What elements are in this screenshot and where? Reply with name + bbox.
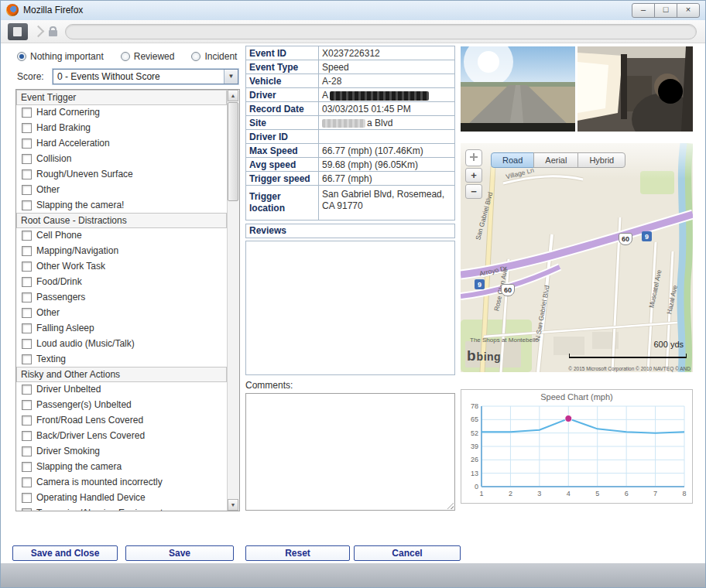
checkbox-row[interactable]: Tampering/Abusing Equipment bbox=[16, 505, 228, 511]
save-button[interactable]: Save bbox=[125, 545, 234, 561]
checkbox-row[interactable]: Hard Acceleration bbox=[16, 135, 228, 151]
street-label: Village Ln bbox=[505, 166, 535, 181]
checkbox[interactable] bbox=[22, 108, 32, 118]
window-controls: – □ × bbox=[632, 3, 700, 18]
checkbox-label: Mapping/Navigation bbox=[36, 245, 118, 256]
checkbox-row[interactable]: Passengers bbox=[16, 289, 228, 305]
scroll-down-icon[interactable]: ▼ bbox=[228, 499, 238, 511]
close-button[interactable]: × bbox=[677, 3, 700, 18]
zoom-in-button[interactable]: + bbox=[465, 168, 482, 183]
checkbox-row[interactable]: Texting bbox=[16, 351, 228, 367]
checkbox-row[interactable]: Hard Braking bbox=[16, 120, 228, 135]
checkbox[interactable] bbox=[22, 123, 32, 133]
radio-icon[interactable] bbox=[191, 52, 200, 61]
checkbox-row[interactable]: Mapping/Navigation bbox=[16, 243, 228, 258]
checkbox[interactable] bbox=[22, 231, 32, 241]
checkbox[interactable] bbox=[22, 431, 32, 441]
checkbox[interactable] bbox=[22, 246, 32, 256]
scrollbar[interactable]: ▲ ▼ bbox=[227, 90, 239, 511]
checkbox-row[interactable]: Food/Drink bbox=[16, 274, 228, 289]
radio-option-reviewed[interactable]: Reviewed bbox=[121, 51, 175, 62]
checkbox-row[interactable]: Other bbox=[16, 305, 228, 320]
radio-option-nothing-important[interactable]: Nothing important bbox=[17, 51, 104, 62]
checkbox[interactable] bbox=[22, 400, 32, 410]
checkbox-row[interactable]: Driver Unbelted bbox=[16, 381, 228, 397]
chevron-down-icon[interactable]: ▼ bbox=[224, 70, 238, 84]
minimize-button[interactable]: – bbox=[632, 3, 655, 18]
checkbox[interactable] bbox=[22, 185, 32, 195]
checkbox-row[interactable]: Camera is mounted incorrectly bbox=[16, 474, 228, 490]
checkbox-row[interactable]: Slapping the camera bbox=[16, 459, 228, 474]
checkbox[interactable] bbox=[22, 493, 32, 503]
checkbox-row[interactable]: Operating Handled Device bbox=[16, 490, 228, 505]
checkbox[interactable] bbox=[22, 200, 32, 210]
checkbox[interactable] bbox=[22, 262, 32, 272]
resize-grip-icon[interactable] bbox=[446, 501, 454, 509]
checkbox[interactable] bbox=[22, 138, 32, 149]
checkbox-row[interactable]: Rough/Uneven Surface bbox=[16, 166, 228, 182]
map-view-hybrid-button[interactable]: Hybrid bbox=[577, 152, 625, 168]
checkbox-row[interactable]: Other Work Task bbox=[16, 258, 228, 274]
route-shield-60: 60 bbox=[501, 284, 515, 296]
checkbox-row[interactable]: Hard Cornering bbox=[16, 104, 228, 120]
field-value: 66.77 (mph) (107.46Km) bbox=[318, 143, 455, 158]
checkbox[interactable] bbox=[22, 169, 32, 179]
score-select[interactable]: 0 - Events Without Score ▼ bbox=[53, 69, 238, 84]
reset-button[interactable]: Reset bbox=[245, 545, 350, 561]
url-input[interactable] bbox=[65, 24, 697, 39]
checkbox[interactable] bbox=[22, 323, 32, 333]
checkbox[interactable] bbox=[22, 339, 32, 349]
checkbox-row[interactable]: Other bbox=[16, 182, 228, 197]
category-checklist: Event Trigger Hard Cornering Hard Brakin… bbox=[15, 89, 240, 511]
comments-textarea[interactable] bbox=[245, 393, 455, 511]
checkbox[interactable] bbox=[22, 415, 32, 426]
radio-icon[interactable] bbox=[17, 52, 26, 61]
checkbox-row[interactable]: Collision bbox=[16, 151, 228, 166]
checkbox-row[interactable]: Slapping the camera! bbox=[16, 197, 228, 213]
svg-text:6: 6 bbox=[625, 490, 629, 497]
driver-camera-image[interactable] bbox=[577, 46, 693, 132]
checkbox[interactable] bbox=[22, 292, 32, 303]
zoom-out-button[interactable]: − bbox=[465, 184, 482, 199]
scrollbar-thumb[interactable] bbox=[228, 102, 238, 201]
bing-map[interactable]: Village Ln San Gabriel Blvd Rose Glen Av… bbox=[461, 143, 693, 372]
field-value: 66.77 (mph) bbox=[318, 171, 455, 186]
svg-text:3: 3 bbox=[537, 490, 541, 497]
event-details-panel: Event ID X0237226312 Event Type Speed Ve… bbox=[245, 46, 455, 511]
radio-icon[interactable] bbox=[121, 52, 130, 61]
map-view-aerial-button[interactable]: Aerial bbox=[533, 152, 578, 168]
checkbox-label: Hard Cornering bbox=[36, 107, 100, 118]
svg-text:5: 5 bbox=[595, 490, 599, 497]
svg-text:1: 1 bbox=[479, 490, 483, 497]
route-marker-9: 9 bbox=[642, 231, 652, 241]
comments-label: Comments: bbox=[245, 380, 455, 391]
checkbox-row[interactable]: Driver Smoking bbox=[16, 443, 228, 459]
scroll-up-icon[interactable]: ▲ bbox=[228, 90, 238, 101]
map-pan-icon[interactable] bbox=[465, 149, 482, 166]
cancel-button[interactable]: Cancel bbox=[354, 545, 461, 561]
checkbox-row[interactable]: Cell Phone bbox=[16, 227, 228, 243]
page-icon[interactable] bbox=[8, 23, 28, 40]
field-label: Trigger location bbox=[245, 185, 319, 220]
checkbox-row[interactable]: Passenger(s) Unbelted bbox=[16, 397, 228, 412]
checkbox[interactable] bbox=[22, 477, 32, 487]
maximize-button[interactable]: □ bbox=[654, 3, 677, 18]
checkbox[interactable] bbox=[22, 462, 32, 472]
radio-option-incident[interactable]: Incident bbox=[191, 51, 237, 62]
checkbox[interactable] bbox=[22, 154, 32, 164]
checkbox[interactable] bbox=[22, 446, 32, 456]
checkbox[interactable] bbox=[22, 385, 32, 395]
save-and-close-button[interactable]: Save and Close bbox=[12, 545, 118, 561]
checkbox[interactable] bbox=[22, 277, 32, 287]
checkbox[interactable] bbox=[22, 354, 32, 364]
checkbox[interactable] bbox=[22, 508, 32, 511]
checkbox-row[interactable]: Front/Road Lens Covered bbox=[16, 412, 228, 428]
checkbox-row[interactable]: Falling Asleep bbox=[16, 320, 228, 336]
field-label: Vehicle bbox=[245, 74, 319, 88]
checkbox-row[interactable]: Back/Driver Lens Covered bbox=[16, 428, 228, 443]
road-camera-image[interactable] bbox=[461, 46, 575, 132]
road-camera-graphic bbox=[461, 46, 575, 132]
checkbox[interactable] bbox=[22, 308, 32, 318]
map-view-road-button[interactable]: Road bbox=[491, 152, 534, 168]
checkbox-row[interactable]: Loud audio (Music/Talk) bbox=[16, 336, 228, 351]
